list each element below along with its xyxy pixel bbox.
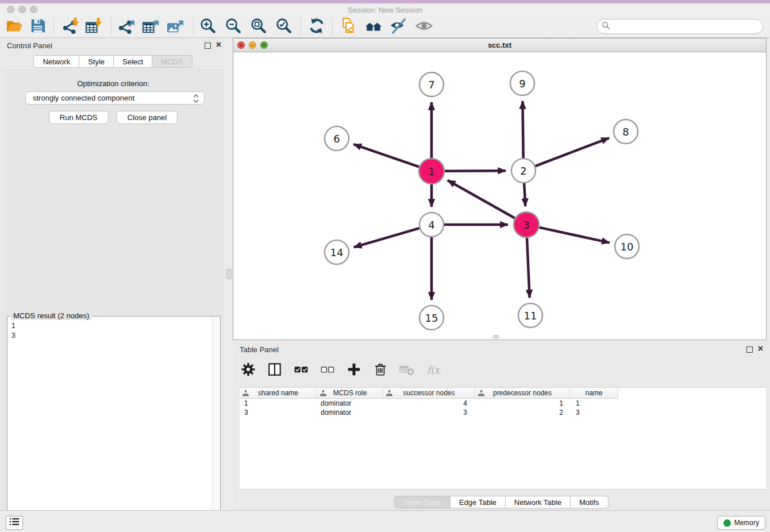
close-panel-button[interactable]: Close panel (117, 111, 178, 124)
add-row-icon (346, 362, 361, 379)
gear-button[interactable] (240, 362, 257, 379)
columns-button[interactable] (266, 362, 283, 379)
graph-node-1[interactable]: 1 (419, 159, 444, 184)
network-hscroll-thumb[interactable] (493, 335, 499, 338)
select-all-icon (294, 362, 309, 379)
graph-edge-3-1[interactable] (448, 180, 515, 218)
table-cell[interactable]: 3 (383, 408, 475, 417)
graph-node-4[interactable]: 4 (419, 213, 444, 237)
graph-node-8[interactable]: 8 (614, 119, 638, 144)
function-builder-button: f(x) (425, 362, 442, 379)
refresh-view-button[interactable] (306, 18, 328, 36)
tab-style[interactable]: Style (79, 55, 114, 68)
table-cell[interactable]: dominator (317, 399, 383, 408)
graph-edge-3-11[interactable] (527, 238, 530, 298)
svg-text:11: 11 (524, 310, 537, 322)
tab-node-table[interactable]: Node Table (394, 496, 451, 508)
search-box[interactable] (596, 19, 763, 34)
graph-node-2[interactable]: 2 (511, 159, 536, 183)
svg-text:1: 1 (428, 165, 434, 178)
table-cell[interactable]: 2 (475, 408, 570, 417)
svg-text:2: 2 (520, 165, 526, 177)
table-cell[interactable]: 1 (570, 399, 618, 408)
table-cell[interactable]: 3 (570, 408, 618, 417)
memory-status-icon (723, 519, 731, 527)
graph-edge-2-8[interactable] (536, 138, 609, 166)
import-network-button[interactable] (60, 18, 82, 36)
column-header-predecessor-nodes[interactable]: predecessor nodes (475, 388, 570, 399)
table-cell[interactable]: 1 (240, 399, 317, 408)
delete-row-icon (373, 362, 388, 379)
delete-row-button[interactable] (372, 362, 389, 379)
deselect-all-button[interactable] (319, 362, 336, 379)
column-header-MCDS-role[interactable]: MCDS role (317, 388, 383, 399)
column-header-name[interactable]: name (570, 388, 618, 399)
tab-network[interactable]: Network (33, 55, 79, 68)
zoom-fit-button[interactable] (248, 18, 270, 36)
toolbar-separator (111, 18, 111, 36)
close-table-panel-icon[interactable]: × (758, 344, 763, 354)
table-cell[interactable]: 4 (383, 399, 475, 408)
add-row-button[interactable] (345, 362, 363, 379)
graph-node-9[interactable]: 9 (510, 71, 534, 95)
import-table-icon (85, 17, 102, 37)
tab-network-table[interactable]: Network Table (506, 496, 571, 508)
task-history-button[interactable] (6, 516, 23, 530)
graph-edge-1-6[interactable] (353, 144, 419, 167)
export-table-button[interactable] (140, 18, 161, 36)
open-session-button[interactable] (3, 18, 25, 36)
tab-mcds[interactable]: MCDS (152, 55, 192, 68)
float-table-panel-icon[interactable] (746, 346, 753, 353)
float-panel-icon[interactable] (205, 43, 211, 49)
column-header-shared-name[interactable]: shared name (240, 388, 317, 399)
network-window-titlebar[interactable]: × – + scc.txt (233, 38, 766, 52)
app-window: { "window": { "title": "Session: New Ses… (0, 0, 770, 532)
zoom-selected-button[interactable] (273, 18, 295, 36)
function-builder-icon: f(x) (426, 362, 441, 379)
graph-node-11[interactable]: 11 (518, 303, 542, 327)
table-cell[interactable]: dominator (317, 408, 383, 417)
table-cell[interactable]: 3 (240, 408, 317, 417)
table-row[interactable]: 3dominator323 (240, 408, 766, 417)
import-table-button[interactable] (83, 18, 105, 36)
graph-edge-2-9[interactable] (522, 101, 523, 158)
memory-button[interactable]: Memory (717, 516, 765, 530)
zoom-in-button[interactable] (197, 18, 219, 36)
tab-select[interactable]: Select (114, 55, 152, 68)
zoom-selected-icon (275, 17, 292, 37)
select-all-button[interactable] (292, 362, 310, 379)
save-session-button[interactable] (27, 18, 49, 36)
network-canvas[interactable]: 7968124314101511 (233, 52, 766, 340)
table-row[interactable]: 1dominator411 (240, 399, 766, 408)
table-cell[interactable]: 1 (475, 399, 570, 408)
first-neighbors-button[interactable] (363, 18, 384, 36)
graph-node-3[interactable]: 3 (514, 212, 539, 237)
graph-edge-2-3[interactable] (524, 183, 525, 206)
export-network-button[interactable] (116, 18, 137, 36)
zoom-out-button[interactable] (222, 18, 244, 36)
graph-node-15[interactable]: 15 (419, 306, 444, 330)
mcds-result-list: 1 3 (11, 321, 16, 341)
graph-node-7[interactable]: 7 (419, 72, 444, 97)
graph-node-10[interactable]: 10 (615, 234, 639, 259)
column-label: successor nodes (403, 389, 455, 397)
graph-edge-1-2[interactable] (445, 171, 506, 171)
close-panel-icon[interactable]: × (216, 40, 221, 50)
optimization-select[interactable]: strongly connected component (25, 91, 205, 105)
result-scrollbar[interactable] (212, 317, 220, 532)
svg-text:8: 8 (622, 126, 629, 138)
tab-edge-table[interactable]: Edge Table (451, 496, 506, 508)
panel-splitter-handle[interactable] (226, 269, 232, 279)
graph-node-14[interactable]: 14 (325, 240, 349, 264)
graph-edge-4-14[interactable] (354, 228, 419, 247)
duplicate-network-button[interactable] (337, 18, 359, 36)
export-image-button[interactable] (164, 18, 186, 36)
graph-node-6[interactable]: 6 (325, 126, 349, 151)
search-input[interactable] (613, 22, 756, 31)
hide-selected-button[interactable] (388, 18, 410, 36)
run-mcds-button[interactable]: Run MCDS (49, 111, 109, 124)
svg-text:14: 14 (330, 246, 344, 259)
graph-edge-3-10[interactable] (539, 228, 609, 243)
tab-motifs[interactable]: Motifs (571, 496, 609, 508)
column-header-successor-nodes[interactable]: successor nodes (383, 388, 475, 399)
